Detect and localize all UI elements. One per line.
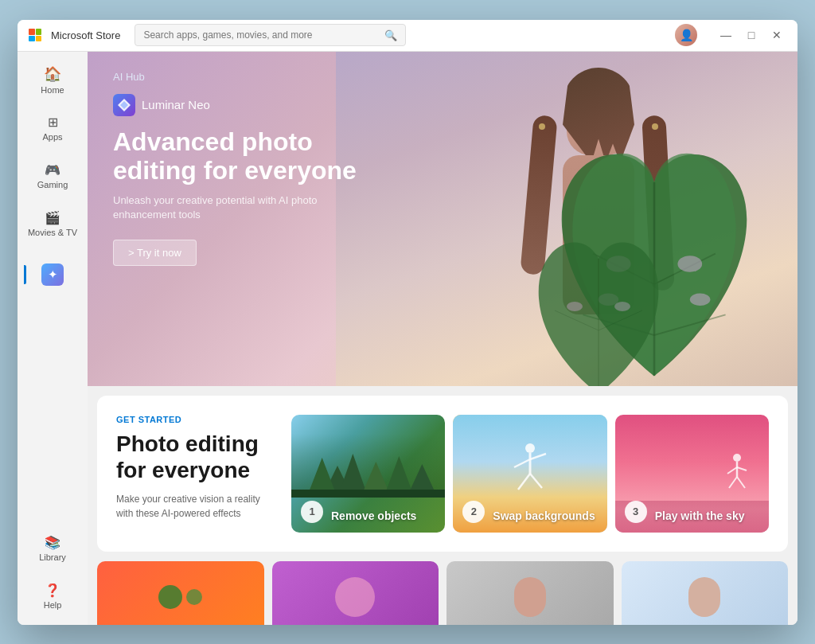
help-icon: ❓ xyxy=(45,583,60,598)
maximize-button[interactable]: □ xyxy=(740,24,762,46)
svg-line-20 xyxy=(530,474,542,488)
sidebar-item-library-label: Library xyxy=(39,552,66,562)
svg-line-26 xyxy=(737,477,745,488)
search-icon: 🔍 xyxy=(384,29,397,41)
sidebar-item-gaming-label: Gaming xyxy=(37,180,68,189)
svg-point-21 xyxy=(733,454,741,462)
svg-line-18 xyxy=(530,454,546,459)
minimize-button[interactable]: — xyxy=(715,24,737,46)
bottom-card-4[interactable] xyxy=(622,561,789,625)
svg-point-4 xyxy=(567,302,583,311)
sidebar-item-library[interactable]: 📚 Library xyxy=(24,526,81,571)
sidebar-item-help-label: Help xyxy=(44,600,62,610)
svg-point-15 xyxy=(525,443,535,453)
library-icon: 📚 xyxy=(45,535,60,550)
hero-plant-2 xyxy=(527,227,670,386)
hero-title: Advanced photo editing for everyone xyxy=(113,127,381,186)
card-3-label: Play with the sky xyxy=(655,509,745,523)
sidebar-item-ai[interactable]: ✦ xyxy=(24,252,81,297)
luminar-icon xyxy=(113,94,135,116)
hero-subtitle: Unleash your creative potential with AI … xyxy=(113,193,381,222)
app-logo xyxy=(27,27,43,43)
home-icon: 🏠 xyxy=(44,65,61,83)
svg-point-1 xyxy=(677,256,702,271)
svg-line-19 xyxy=(518,474,530,490)
hero-badge: AI Hub xyxy=(113,71,381,83)
titlebar: Microsoft Store 🔍 👤 — □ ✕ xyxy=(18,20,797,52)
sidebar-item-apps-label: Apps xyxy=(42,132,62,142)
bottom-card-3[interactable] xyxy=(446,561,614,625)
feature-card-1[interactable]: 1 Remove objects xyxy=(291,415,445,533)
titlebar-title: Microsoft Store xyxy=(51,29,120,41)
features-left: GET STARTED Photo editing for everyone M… xyxy=(116,415,275,521)
card-1-label: Remove objects xyxy=(331,509,416,523)
active-indicator xyxy=(24,265,26,284)
hero-content: AI Hub Luminar Neo Advanced photo editin… xyxy=(88,52,407,386)
movies-icon: 🎬 xyxy=(45,210,60,225)
svg-line-25 xyxy=(729,477,737,488)
svg-line-23 xyxy=(727,467,737,474)
features-cards: 1 Remove objects xyxy=(291,415,769,533)
sidebar-item-gaming[interactable]: 🎮 Gaming xyxy=(24,154,81,198)
feature-card-3[interactable]: 3 Play with the sky xyxy=(615,415,769,533)
avatar[interactable]: 👤 xyxy=(675,24,697,46)
apps-icon: ⊞ xyxy=(48,115,58,130)
hero-banner: AI Hub Luminar Neo Advanced photo editin… xyxy=(88,52,797,386)
search-input[interactable] xyxy=(143,29,379,41)
sidebar: 🏠 Home ⊞ Apps 🎮 Gaming 🎬 Movies & TV ✦ xyxy=(18,52,88,625)
features-desc: Make your creative vision a reality with… xyxy=(116,492,275,521)
content-area: AI Hub Luminar Neo Advanced photo editin… xyxy=(88,52,797,625)
ai-icon: ✦ xyxy=(41,263,64,286)
hero-app-name-row: Luminar Neo xyxy=(113,94,381,116)
hero-app-title: Luminar Neo xyxy=(142,98,210,111)
card-2-num: 2 xyxy=(462,501,485,523)
svg-rect-14 xyxy=(291,490,445,498)
sidebar-item-movies[interactable]: 🎬 Movies & TV xyxy=(24,201,81,246)
app-window: Microsoft Store 🔍 👤 — □ ✕ 🏠 Home ⊞ Apps xyxy=(18,20,797,625)
sidebar-item-home[interactable]: 🏠 Home xyxy=(24,58,81,103)
bottom-card-2[interactable] xyxy=(272,561,439,625)
sidebar-item-home-label: Home xyxy=(41,85,64,95)
search-bar[interactable]: 🔍 xyxy=(135,24,405,46)
sidebar-item-help[interactable]: ❓ Help xyxy=(24,574,81,619)
sidebar-item-apps[interactable]: ⊞ Apps xyxy=(24,106,81,150)
bottom-cards xyxy=(97,561,788,625)
card-2-label: Swap backgrounds xyxy=(493,509,595,523)
sidebar-item-movies-label: Movies & TV xyxy=(28,228,77,237)
card-1-num: 1 xyxy=(301,501,323,523)
card-3-num: 3 xyxy=(625,501,647,523)
window-controls: — □ ✕ xyxy=(715,24,788,46)
gaming-icon: 🎮 xyxy=(45,162,60,178)
feature-card-2[interactable]: 2 Swap backgrounds xyxy=(453,415,606,533)
svg-point-5 xyxy=(614,302,630,311)
try-it-button[interactable]: > Try it now xyxy=(113,240,197,266)
main-layout: 🏠 Home ⊞ Apps 🎮 Gaming 🎬 Movies & TV ✦ xyxy=(18,52,797,625)
features-title: Photo editing for everyone xyxy=(116,431,275,484)
svg-line-24 xyxy=(737,467,747,470)
features-section: GET STARTED Photo editing for everyone M… xyxy=(97,396,788,552)
svg-line-17 xyxy=(514,459,530,467)
svg-point-3 xyxy=(690,293,711,305)
get-started-label: GET STARTED xyxy=(116,415,275,424)
bottom-card-1[interactable] xyxy=(97,561,264,625)
close-button[interactable]: ✕ xyxy=(766,24,788,46)
